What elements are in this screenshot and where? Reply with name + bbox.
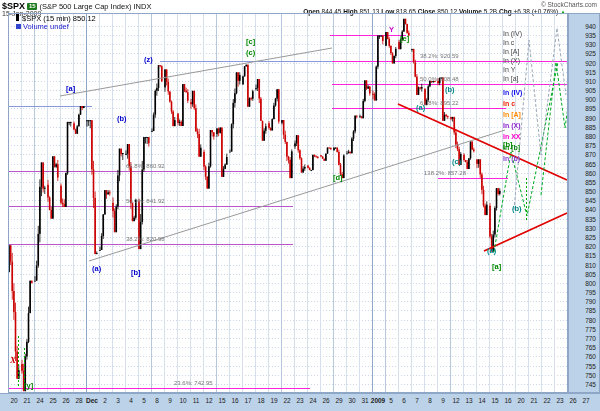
x-axis-label: 10 — [179, 397, 186, 404]
y-axis-label: 810 — [585, 263, 596, 269]
x-axis-label: 9 — [441, 397, 445, 404]
wave-label: [b] — [503, 140, 513, 149]
x-axis-label: 28 — [75, 397, 82, 404]
y-axis-label: 875 — [585, 143, 596, 149]
x-axis-label: 2009 — [371, 397, 385, 404]
wave-degree-item: In (X) — [503, 56, 522, 65]
wave-label: (a) — [92, 264, 101, 273]
x-axis-label: 5 — [142, 397, 146, 404]
x-axis-label: 22 — [283, 397, 290, 404]
candlestick-icon — [16, 14, 19, 21]
x-axis-label: 23 — [556, 397, 563, 404]
x-axis-label: 9 — [168, 397, 172, 404]
y-axis-label: 745 — [585, 382, 596, 388]
y-axis-label: 830 — [585, 226, 596, 232]
fib-retracement-label: 38.2%: 820.98 — [126, 236, 165, 242]
y-axis-label: 895 — [585, 106, 596, 112]
x-axis-label: 17 — [244, 397, 251, 404]
y-axis-label: 880 — [585, 134, 596, 140]
y-axis-label: 885 — [585, 125, 596, 131]
y-axis-label: 940 — [585, 24, 596, 30]
x-axis-label: 13 — [465, 397, 472, 404]
y-axis-label: 795 — [585, 290, 596, 296]
wave-degree-item: In [A] — [503, 109, 522, 120]
high-value: 851.13 — [360, 8, 380, 15]
chg-value: +6.38 (+0.76%) — [513, 8, 558, 15]
wave-degree-item: In [a] — [503, 74, 522, 83]
wave-degree-item: In (IV) — [503, 87, 522, 98]
fib-retracement-label: 61.8%: 860.92 — [126, 163, 165, 169]
wave-label: (z) — [144, 55, 153, 64]
x-axis-label: 21 — [530, 397, 537, 404]
y-axis-label: 780 — [585, 318, 596, 324]
low-label: Low — [381, 8, 394, 15]
stockcharts-chart-window: 9409359309259209159109059008958908858808… — [0, 0, 600, 411]
x-axis-label: Dec — [86, 397, 98, 404]
volume-value: 5.2B — [484, 8, 497, 15]
y-axis-label: 805 — [585, 272, 596, 278]
y-axis-label: 910 — [585, 79, 596, 85]
x-axis-label: 15 — [218, 397, 225, 404]
wave-degree-item: In c — [503, 98, 522, 109]
x-axis-label: 2 — [103, 397, 107, 404]
x-axis-label: 7 — [415, 397, 419, 404]
fib-retracement-label: 50.0%: 908.48 — [420, 76, 459, 82]
wave-label: [c] — [246, 37, 255, 46]
x-axis-label: 26 — [322, 397, 329, 404]
wave-degree-item: In (IV) — [503, 29, 522, 38]
x-axis-label: 4 — [129, 397, 133, 404]
wave-label: (b) — [117, 114, 127, 123]
volume-legend-text: Volume undef — [23, 22, 69, 31]
fib-retracement-label: 50.0%: 841.92 — [126, 198, 165, 204]
y-axis-label: 765 — [585, 345, 596, 351]
fib-retracement-label: 138.2%: 857.28 — [424, 170, 466, 176]
y-axis-label: 870 — [585, 152, 596, 158]
x-axis-label: 8 — [155, 397, 159, 404]
y-axis-label: 785 — [585, 308, 596, 314]
y-axis-label: 905 — [585, 88, 596, 94]
x-axis-label: 30 — [348, 397, 355, 404]
y-axis-label: 755 — [585, 364, 596, 370]
y-axis-label: 835 — [585, 217, 596, 223]
wave-label: [d] — [333, 173, 343, 182]
wave-label: X — [10, 355, 16, 365]
y-axis-label: 760 — [585, 354, 596, 360]
y-axis-label: 750 — [585, 373, 596, 379]
y-axis-label: 820 — [585, 244, 596, 250]
x-axis-label: 29 — [335, 397, 342, 404]
y-axis-label: 840 — [585, 207, 596, 213]
high-label: High — [343, 8, 357, 15]
price-axis: 9409359309259209159109059008958908858808… — [568, 13, 600, 393]
y-axis-label: 845 — [585, 198, 596, 204]
y-axis-label: 850 — [585, 189, 596, 195]
x-axis-label: 22 — [543, 397, 550, 404]
wave-label: (b) — [445, 85, 455, 94]
wave-label: (a) — [487, 246, 496, 255]
x-axis-label: 23 — [296, 397, 303, 404]
x-axis-label: 20 — [517, 397, 524, 404]
y-axis-label: 925 — [585, 51, 596, 57]
y-axis-label: 775 — [585, 327, 596, 333]
close-value: 850.12 — [437, 8, 457, 15]
copyright-label: © StockCharts.com — [541, 1, 597, 8]
wave-degree-item: In c — [503, 38, 522, 47]
x-axis-label: 24 — [309, 397, 316, 404]
x-axis-label: 24 — [36, 397, 43, 404]
volume-label: Volume — [459, 8, 482, 15]
volume-icon — [16, 24, 21, 29]
low-value: 818.65 — [396, 8, 416, 15]
fib-retracement-label: 23.6%: 742.95 — [174, 380, 213, 386]
y-axis-label: 815 — [585, 253, 596, 259]
wave-label: (c) — [246, 48, 255, 57]
x-axis-label: 14 — [478, 397, 485, 404]
x-axis-label: 16 — [231, 397, 238, 404]
wave-label: [y] — [24, 381, 33, 390]
x-axis-label: 6 — [402, 397, 406, 404]
y-axis-label: 825 — [585, 235, 596, 241]
wave-degree-list-alternate: In (IV)In cIn [A]In (X)In XXIn [b]In (b) — [503, 87, 522, 164]
x-axis-label: 3 — [116, 397, 120, 404]
wave-degree-item: In (X) — [503, 120, 522, 131]
y-axis-label: 890 — [585, 116, 596, 122]
wave-degree-list-current: In (IV)In cIn [A]In (X)In YIn [a] — [503, 29, 522, 83]
y-axis-label: 920 — [585, 61, 596, 67]
